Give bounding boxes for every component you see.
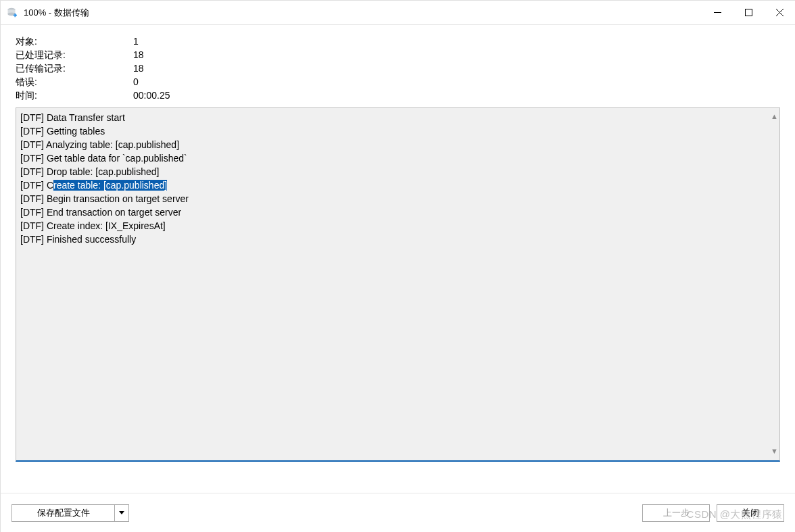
window-title: 100% - 数据传输 (24, 7, 702, 19)
log-line: [DTF] End transaction on target server (20, 205, 775, 219)
stats-value: 00:00.25 (133, 89, 780, 102)
stats-label: 对象: (16, 34, 133, 48)
stats-value: 18 (133, 62, 780, 75)
spacer (1, 462, 795, 493)
scroll-down-icon[interactable]: ▼ (771, 444, 778, 458)
log-line: [DTF] Begin transaction on target server (20, 192, 775, 205)
stats-label: 错误: (16, 75, 133, 89)
stats-label: 已传输记录: (16, 62, 133, 75)
log-line: [DTF] Drop table: [cap.published] (20, 165, 775, 178)
window-controls (702, 1, 795, 24)
maximize-button[interactable] (733, 1, 764, 24)
svg-rect-4 (745, 9, 752, 16)
stats-value: 1 (133, 34, 780, 48)
log-selection: reate table: [cap.published] (53, 180, 167, 191)
footer: 保存配置文件 上一步 关闭 (1, 493, 795, 532)
window: 100% - 数据传输 对象: 1 已处理记录: 18 已传输记录 (0, 0, 795, 532)
close-button[interactable] (764, 1, 795, 24)
scroll-up-icon[interactable]: ▲ (771, 110, 778, 123)
stats-row: 对象: 1 (16, 34, 780, 48)
stats-value: 18 (133, 48, 780, 62)
log-line: [DTF] Data Transfer start (20, 111, 775, 124)
log-line: [DTF] Create table: [cap.published] (20, 178, 775, 192)
save-profile-dropdown[interactable] (114, 504, 129, 522)
log-wrap: ▲ [DTF] Data Transfer start[DTF] Getting… (1, 107, 795, 462)
titlebar: 100% - 数据传输 (1, 1, 795, 25)
stats-value: 0 (133, 75, 780, 89)
stats-row: 错误: 0 (16, 75, 780, 89)
svg-marker-2 (16, 14, 17, 16)
content: 对象: 1 已处理记录: 18 已传输记录: 18 错误: 0 时间: 00:0… (1, 25, 795, 493)
stats-label: 时间: (16, 89, 133, 102)
log-box[interactable]: ▲ [DTF] Data Transfer start[DTF] Getting… (16, 107, 780, 462)
stats-row: 已处理记录: 18 (16, 48, 780, 62)
minimize-button[interactable] (702, 1, 733, 24)
stats-row: 已传输记录: 18 (16, 62, 780, 75)
log-line: [DTF] Finished successfully (20, 233, 775, 246)
log-line: [DTF] Create index: [IX_ExpiresAt] (20, 219, 775, 233)
close-dialog-button[interactable]: 关闭 (717, 504, 784, 522)
stats-panel: 对象: 1 已处理记录: 18 已传输记录: 18 错误: 0 时间: 00:0… (1, 25, 795, 107)
save-profile-button[interactable]: 保存配置文件 (11, 504, 114, 522)
prev-button[interactable]: 上一步 (642, 504, 710, 522)
app-icon (6, 7, 18, 19)
log-lines: [DTF] Data Transfer start[DTF] Getting t… (20, 111, 775, 246)
log-line: [DTF] Analyzing table: [cap.published] (20, 138, 775, 151)
log-line: [DTF] Get table data for `cap.published` (20, 151, 775, 165)
svg-marker-7 (119, 511, 124, 514)
save-profile-group: 保存配置文件 (11, 504, 129, 522)
stats-row: 时间: 00:00.25 (16, 89, 780, 102)
stats-label: 已处理记录: (16, 48, 133, 62)
log-line: [DTF] Getting tables (20, 124, 775, 138)
